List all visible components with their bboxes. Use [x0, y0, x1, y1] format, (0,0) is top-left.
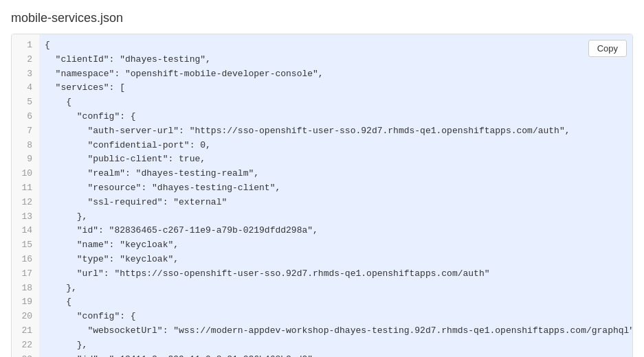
table-row: 1{ [12, 34, 633, 53]
line-number: 18 [12, 281, 39, 296]
copy-button[interactable]: Copy [588, 40, 627, 57]
line-number: 21 [12, 324, 39, 338]
table-row: 21 "websocketUrl": "wss://modern-appdev-… [12, 324, 633, 338]
line-number: 16 [12, 253, 39, 267]
line-content: { [39, 95, 633, 110]
line-number: 11 [12, 181, 39, 196]
table-row: 20 "config": { [12, 310, 633, 324]
line-content: "config": { [39, 110, 633, 124]
line-content: }, [39, 338, 633, 353]
line-number: 8 [12, 139, 39, 153]
line-number: 20 [12, 310, 39, 324]
line-number: 14 [12, 224, 39, 238]
table-row: 17 "url": "https://sso-openshift-user-ss… [12, 267, 633, 281]
table-row: 4 "services": [ [12, 81, 633, 95]
table-row: 22 }, [12, 338, 633, 353]
line-content: "id": "e13411e2-c299-11e9-8c21-026b468b2… [39, 353, 633, 357]
line-content: "services": [ [39, 81, 633, 95]
line-content: "namespace": "openshift-mobile-developer… [39, 67, 633, 82]
table-row: 7 "auth-server-url": "https://sso-opensh… [12, 124, 633, 139]
table-row: 11 "resource": "dhayes-testing-client", [12, 181, 633, 196]
line-number: 5 [12, 95, 39, 110]
table-row: 10 "realm": "dhayes-testing-realm", [12, 167, 633, 181]
line-content: "public-client": true, [39, 152, 633, 167]
table-row: 13 }, [12, 210, 633, 224]
line-number: 6 [12, 110, 39, 124]
copy-button-container: Copy [588, 40, 627, 57]
line-content: }, [39, 281, 633, 296]
line-content: "resource": "dhayes-testing-client", [39, 181, 633, 196]
table-row: 6 "config": { [12, 110, 633, 124]
line-content: "name": "keycloak", [39, 238, 633, 253]
line-content: "auth-server-url": "https://sso-openshif… [39, 124, 633, 139]
line-number: 15 [12, 238, 39, 253]
line-number: 23 [12, 353, 39, 357]
table-row: 16 "type": "keycloak", [12, 253, 633, 267]
line-content: "id": "82836465-c267-11e9-a79b-0219dfdd2… [39, 224, 633, 238]
line-number: 10 [12, 167, 39, 181]
table-row: 3 "namespace": "openshift-mobile-develop… [12, 67, 633, 82]
line-content: "config": { [39, 310, 633, 324]
line-number: 7 [12, 124, 39, 139]
line-content: { [39, 34, 633, 53]
line-number: 3 [12, 67, 39, 82]
line-content: "confidential-port": 0, [39, 139, 633, 153]
line-content: "type": "keycloak", [39, 253, 633, 267]
line-number: 12 [12, 196, 39, 210]
line-number: 22 [12, 338, 39, 353]
table-row: 18 }, [12, 281, 633, 296]
file-title: mobile-services.json [11, 11, 633, 25]
line-number: 9 [12, 152, 39, 167]
table-row: 14 "id": "82836465-c267-11e9-a79b-0219df… [12, 224, 633, 238]
line-content: "ssl-required": "external" [39, 196, 633, 210]
line-content: "realm": "dhayes-testing-realm", [39, 167, 633, 181]
table-row: 2 "clientId": "dhayes-testing", [12, 53, 633, 67]
table-row: 9 "public-client": true, [12, 152, 633, 167]
line-number: 4 [12, 81, 39, 95]
code-table: 1{2 "clientId": "dhayes-testing",3 "name… [12, 34, 633, 357]
code-container: Copy 1{2 "clientId": "dhayes-testing",3 … [11, 34, 633, 357]
line-number: 17 [12, 267, 39, 281]
line-number: 1 [12, 34, 39, 53]
line-number: 2 [12, 53, 39, 67]
table-row: 15 "name": "keycloak", [12, 238, 633, 253]
table-row: 8 "confidential-port": 0, [12, 139, 633, 153]
line-content: "url": "https://sso-openshift-user-sso.9… [39, 267, 633, 281]
line-number: 13 [12, 210, 39, 224]
line-content: }, [39, 210, 633, 224]
table-row: 12 "ssl-required": "external" [12, 196, 633, 210]
line-content: "clientId": "dhayes-testing", [39, 53, 633, 67]
line-content: { [39, 295, 633, 310]
table-row: 5 { [12, 95, 633, 110]
table-row: 23 "id": "e13411e2-c299-11e9-8c21-026b46… [12, 353, 633, 357]
line-number: 19 [12, 295, 39, 310]
table-row: 19 { [12, 295, 633, 310]
line-content: "websocketUrl": "wss://modern-appdev-wor… [39, 324, 633, 338]
